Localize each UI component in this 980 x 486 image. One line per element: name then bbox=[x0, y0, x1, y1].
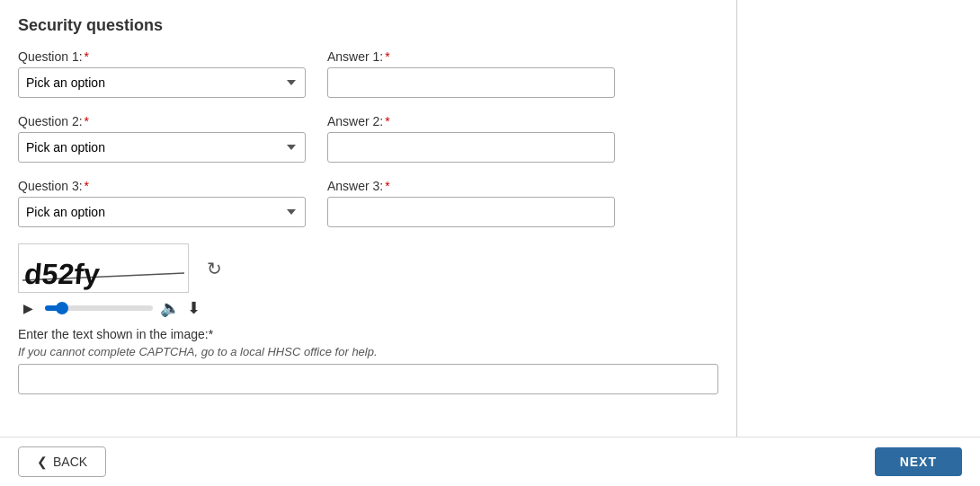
question2-row: Question 2:* Pick an option Answer 2:* bbox=[18, 114, 718, 163]
captcha-progress-bar[interactable] bbox=[45, 305, 153, 311]
captcha-volume-button[interactable]: 🔈 bbox=[160, 298, 180, 318]
answer3-group: Answer 3:* bbox=[327, 179, 615, 227]
answer3-label: Answer 3:* bbox=[327, 179, 615, 193]
question2-required: * bbox=[85, 114, 89, 128]
footer: ❮ BACK NEXT bbox=[0, 437, 980, 486]
answer2-group: Answer 2:* bbox=[327, 114, 615, 163]
captcha-input[interactable] bbox=[18, 364, 718, 394]
answer1-required: * bbox=[385, 49, 389, 64]
back-chevron-icon: ❮ bbox=[37, 455, 48, 469]
next-button[interactable]: NEXT bbox=[875, 447, 962, 476]
svg-text:d52fy: d52fy bbox=[23, 258, 102, 290]
question1-group: Question 1:* Pick an option bbox=[18, 49, 306, 98]
question3-select[interactable]: Pick an option bbox=[18, 197, 306, 227]
question2-group: Question 2:* Pick an option bbox=[18, 114, 306, 163]
answer2-input[interactable] bbox=[327, 132, 615, 163]
captcha-image-area: d52fy ↻ bbox=[18, 243, 718, 293]
answer1-group: Answer 1:* bbox=[327, 49, 615, 98]
answer3-input[interactable] bbox=[327, 197, 615, 227]
answer1-label: Answer 1:* bbox=[327, 49, 615, 64]
back-button[interactable]: ❮ BACK bbox=[18, 446, 106, 477]
page-title: Security questions bbox=[18, 16, 718, 35]
captcha-progress-knob[interactable] bbox=[56, 302, 68, 314]
captcha-download-button[interactable]: ⬇ bbox=[187, 298, 200, 318]
captcha-image: d52fy bbox=[18, 243, 189, 293]
answer3-required: * bbox=[385, 179, 389, 193]
question3-required: * bbox=[85, 179, 89, 193]
question2-label: Question 2:* bbox=[18, 114, 306, 128]
question3-row: Question 3:* Pick an option Answer 3:* bbox=[18, 179, 718, 227]
captcha-help-text: If you cannot complete CAPTCHA, go to a … bbox=[18, 345, 718, 358]
captcha-required: * bbox=[209, 327, 213, 341]
answer1-input[interactable] bbox=[327, 67, 615, 98]
captcha-controls: ▶ 🔈 ⬇ bbox=[18, 298, 718, 318]
question1-select[interactable]: Pick an option bbox=[18, 67, 306, 98]
question1-label: Question 1:* bbox=[18, 49, 306, 64]
captcha-section: d52fy ↻ ▶ 🔈 ⬇ Enter the text shown in th… bbox=[18, 243, 718, 394]
question2-select[interactable]: Pick an option bbox=[18, 132, 306, 163]
question1-row: Question 1:* Pick an option Answer 1:* bbox=[18, 49, 718, 98]
question1-required: * bbox=[85, 49, 89, 64]
captcha-play-button[interactable]: ▶ bbox=[18, 298, 38, 318]
question3-group: Question 3:* Pick an option bbox=[18, 179, 306, 227]
question3-label: Question 3:* bbox=[18, 179, 306, 193]
answer2-required: * bbox=[385, 114, 389, 128]
captcha-refresh-button[interactable]: ↻ bbox=[200, 254, 228, 283]
answer2-label: Answer 2:* bbox=[327, 114, 615, 128]
captcha-text-label: Enter the text shown in the image:* bbox=[18, 327, 718, 341]
